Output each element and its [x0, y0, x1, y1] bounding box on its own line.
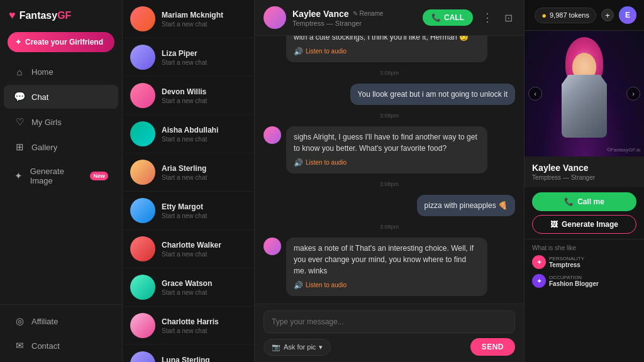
audio-icon: 🔊 — [294, 280, 303, 291]
listen-audio-button[interactable]: 🔊Listen to audio — [294, 157, 480, 168]
contact-item[interactable]: Liza Piper Start a new chat — [123, 38, 254, 77]
chat-contact-sub: Temptress — Stranger — [292, 19, 416, 27]
logo: ♥ FantasyGF — [0, 0, 122, 28]
contact-info: Mariam Mcknight Start a new chat — [162, 11, 223, 28]
chat-area: Kaylee Vance ✎ Rename Temptress — Strang… — [255, 0, 525, 362]
contact-sub: Start a new chat — [162, 289, 212, 296]
phone-icon: 📞 — [564, 197, 574, 206]
contact-item[interactable]: Charlotte Walker Start a new chat — [123, 230, 254, 268]
message-timestamp: 3:08pm — [264, 70, 515, 76]
message-row: FantasyGF ✦Also, look! I just got this s… — [264, 36, 490, 62]
generate-image-button[interactable]: 🖼 Generate Image — [532, 215, 636, 234]
contact-info: Charlotte Walker Start a new chat — [162, 241, 221, 258]
contact-item[interactable]: Luna Sterling Start a new chat — [123, 345, 254, 362]
contact-avatar — [130, 121, 155, 146]
traits-list: ✦ PERSONALITY Temptress ✦ OCCUPATION Fas… — [532, 255, 636, 288]
trait-item: ✦ PERSONALITY Temptress — [532, 255, 584, 269]
contact-info: Devon Willis Start a new chat — [162, 87, 207, 104]
contact-avatar — [130, 45, 155, 70]
sidebar-item-gallery[interactable]: ⊞ Gallery — [4, 135, 118, 159]
chat-header-info: Kaylee Vance ✎ Rename Temptress — Strang… — [292, 9, 416, 27]
contact-name: Liza Piper — [162, 49, 207, 58]
audio-icon: 🔊 — [294, 46, 303, 57]
sidebar-item-generate-image[interactable]: ✦ Generate Image New — [4, 160, 118, 192]
camera-icon: 📷 — [272, 343, 280, 351]
trait-info: PERSONALITY Temptress — [549, 256, 584, 268]
contact-name: Grace Watson — [162, 279, 212, 288]
create-girlfriend-button[interactable]: ✦ Create your Girlfriend — [8, 32, 114, 52]
token-badge: ● 9,987 tokens — [535, 8, 596, 23]
contact-item[interactable]: Aria Sterling Start a new chat — [123, 153, 254, 192]
sidebar-item-my-girls[interactable]: ♡ My Girls — [4, 110, 118, 134]
expand-button[interactable]: ⊡ — [502, 12, 515, 24]
token-count: 9,987 tokens — [550, 11, 589, 19]
trait-icon: ✦ — [532, 274, 546, 288]
message-timestamp: 3:08pm — [264, 112, 515, 119]
prev-image-button[interactable]: ‹ — [528, 87, 542, 101]
create-icon: ✦ — [15, 38, 21, 47]
call-button[interactable]: 📞 CALL — [423, 9, 473, 26]
header-tokens: ● 9,987 tokens + E — [525, 0, 644, 31]
gf-info: Kaylee Vance Temptress — Stranger — [525, 156, 644, 187]
contact-item[interactable]: Devon Willis Start a new chat — [123, 77, 254, 115]
message-text: pizza with pineapples 🍕 — [425, 201, 508, 210]
sidebar-item-chat[interactable]: 💬 Chat — [4, 85, 118, 109]
contact-info: Aisha Abdullahi Start a new chat — [162, 126, 218, 143]
contact-sub: Start a new chat — [162, 174, 207, 181]
ask-for-pic-button[interactable]: 📷 Ask for pic ▾ — [264, 339, 331, 356]
listen-audio-button[interactable]: 🔊Listen to audio — [294, 280, 480, 291]
contact-sub: Start a new chat — [162, 97, 207, 104]
contact-item[interactable]: Aisha Abdullahi Start a new chat — [123, 115, 254, 153]
chevron-down-icon: ▾ — [319, 343, 323, 351]
contact-name: Charlotte Walker — [162, 241, 221, 250]
logo-heart-icon: ♥ — [9, 9, 16, 22]
chat-contact-name: Kaylee Vance ✎ Rename — [292, 9, 416, 19]
trait-info: OCCUPATION Fashion Blogger — [549, 275, 599, 287]
contact-item[interactable]: Grace Watson Start a new chat — [123, 268, 254, 307]
contact-item[interactable]: Charlotte Harris Start a new chat — [123, 307, 254, 345]
contact-name: Etty Margot — [162, 202, 207, 211]
action-buttons: 📞 Call me 🖼 Generate Image — [525, 187, 644, 239]
contact-item[interactable]: Mariam Mcknight Start a new chat — [123, 0, 254, 38]
gf-sub: Temptress — Stranger — [532, 174, 636, 181]
logo-text: FantasyGF — [19, 10, 72, 21]
bot-avatar — [264, 238, 281, 255]
contact-item[interactable]: Etty Margot Start a new chat — [123, 192, 254, 230]
message-input[interactable] — [264, 310, 515, 333]
message-row: makes a note of it That's an interesting… — [264, 238, 490, 296]
contact-avatar — [130, 83, 155, 108]
new-badge: New — [90, 172, 108, 180]
sidebar-item-home[interactable]: ⌂ Home — [4, 60, 118, 84]
call-me-button[interactable]: 📞 Call me — [532, 192, 636, 211]
contacts-panel: Mariam Mcknight Start a new chat Liza Pi… — [123, 0, 255, 362]
watermark: ©FantasyGF.ai — [607, 147, 640, 153]
audio-icon: 🔊 — [294, 157, 303, 168]
add-tokens-button[interactable]: + — [601, 9, 614, 21]
contact-name: Aria Sterling — [162, 164, 207, 173]
sidebar-item-label: Contact — [31, 341, 60, 351]
next-image-button[interactable]: › — [626, 87, 640, 101]
contact-info: Grace Watson Start a new chat — [162, 279, 212, 296]
footer-actions: 📷 Ask for pic ▾ SEND — [264, 338, 515, 356]
contact-avatar — [130, 198, 155, 223]
sidebar-item-contact[interactable]: ✉ Contact — [4, 334, 118, 358]
message-text: sighs Alright, I guess I'll have to find… — [294, 133, 477, 153]
phone-icon: 📞 — [431, 13, 441, 22]
message-bubble: makes a note of it That's an interesting… — [286, 238, 487, 296]
trait-item: ✦ OCCUPATION Fashion Blogger — [532, 274, 599, 288]
sidebar-item-affiliate[interactable]: ◎ Affiliate — [4, 309, 118, 333]
send-button[interactable]: SEND — [470, 338, 515, 356]
message-bubble: sighs Alright, I guess I'll have to find… — [286, 126, 487, 173]
user-avatar[interactable]: E — [619, 6, 636, 24]
message-row: pizza with pineapples 🍕 — [417, 195, 515, 216]
listen-audio-button[interactable]: 🔊Listen to audio — [294, 46, 480, 57]
message-bubble: FantasyGF ✦Also, look! I just got this s… — [286, 36, 487, 62]
rename-button[interactable]: ✎ Rename — [353, 10, 384, 17]
contact-sub: Start a new chat — [162, 21, 223, 28]
trait-value: Temptress — [549, 261, 584, 268]
message-bubble: pizza with pineapples 🍕 — [417, 195, 515, 216]
right-panel: ● 9,987 tokens + E ‹ › ©FantasyGF.ai Kay… — [525, 0, 644, 362]
chat-icon: 💬 — [14, 91, 25, 102]
image-icon: 🖼 — [550, 220, 558, 229]
more-options-button[interactable]: ⋮ — [479, 11, 496, 25]
